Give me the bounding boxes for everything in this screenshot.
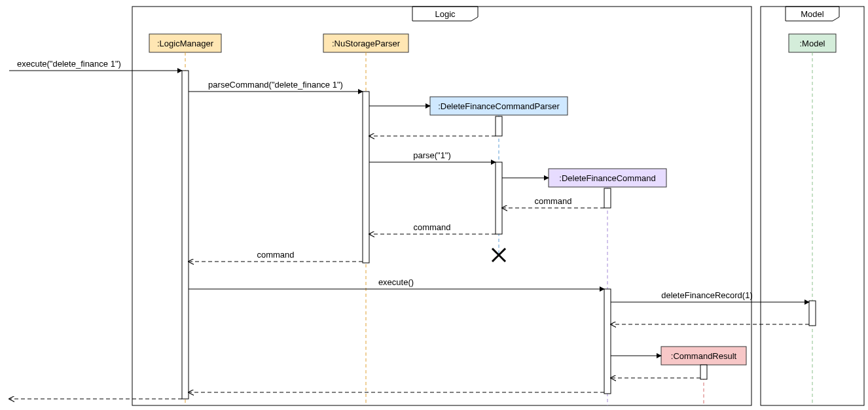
delete-fin-cmd-label: :DeleteFinanceCommand [559, 173, 655, 183]
delete-fin-cmd-activation-1 [604, 188, 611, 208]
msg-execute-label: execute() [378, 277, 414, 287]
parser-activation-1 [496, 116, 502, 136]
parser-activation-2 [496, 162, 502, 234]
model-frame-label: Model [801, 9, 824, 19]
sequence-diagram: Logic Model :LogicManager :NuStoragePars… [0, 0, 868, 410]
msg-parse-command-label: parseCommand("delete_finance 1") [208, 80, 343, 90]
delete-fin-cmd-activation-2 [604, 289, 611, 394]
msg-delete-finance-record-label: deleteFinanceRecord(1) [661, 290, 752, 300]
nu-storage-parser-label: :NuStorageParser [332, 39, 401, 48]
msg-parse-label: parse("1") [413, 150, 451, 160]
msg-execute-initial-label: execute("delete_finance 1") [17, 59, 121, 69]
model-activation [809, 301, 816, 326]
command-result-activation [700, 365, 707, 379]
command-result-label: :CommandResult [671, 351, 737, 361]
model-label: :Model [799, 39, 825, 48]
logic-manager-label: :LogicManager [157, 39, 214, 48]
msg-command-return-1-label: command [534, 196, 571, 206]
logic-frame-label: Logic [435, 9, 456, 19]
logic-frame [132, 7, 751, 405]
logic-manager-activation [182, 71, 189, 399]
nu-storage-parser-activation [363, 92, 369, 263]
delete-fin-cmd-parser-label: :DeleteFinanceCommandParser [438, 101, 560, 111]
msg-command-return-2-label: command [413, 222, 450, 232]
msg-command-return-3-label: command [257, 250, 294, 260]
